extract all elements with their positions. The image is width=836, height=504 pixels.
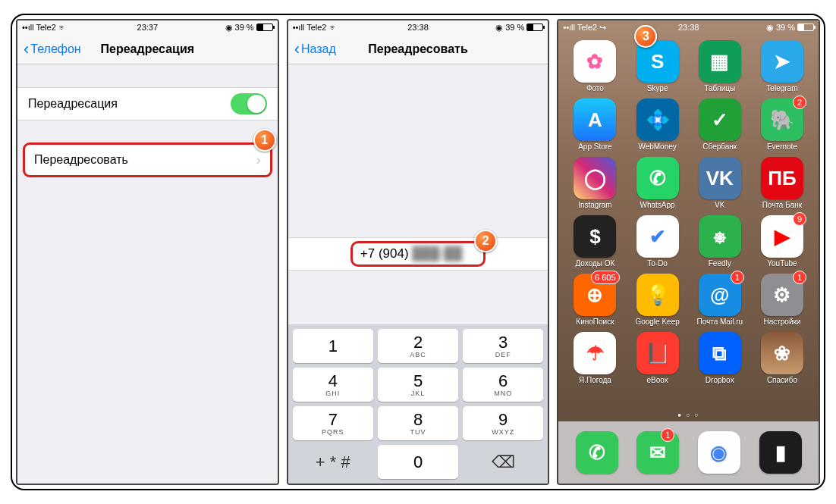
key-9[interactable]: 9WXYZ [463, 406, 543, 440]
app-icon: ✓ [699, 99, 741, 141]
app-Сбербанк[interactable]: ✓Сбербанк [691, 99, 749, 151]
forward-to-row[interactable]: Переадресовать › 1 [24, 143, 272, 177]
page-dots[interactable]: ● ○ ○ [558, 412, 819, 418]
app-Instagram[interactable]: ◯Instagram [566, 157, 624, 209]
back-label: Назад [301, 42, 336, 56]
screen-call-forwarding-settings: ••ıll Tele2 ᯤ 23:37 ◉39 % ‹ Телефон Пере… [16, 19, 279, 485]
toggle-switch-on[interactable] [231, 93, 267, 114]
app-WhatsApp[interactable]: ✆WhatsApp [629, 157, 687, 209]
app-label: Спасибо [767, 376, 797, 384]
app-label: Instagram [578, 201, 611, 209]
back-button[interactable]: ‹ Телефон [24, 39, 81, 59]
app-Google Keep[interactable]: 💡Google Keep [629, 274, 687, 326]
app-Dropbox[interactable]: ⧉Dropbox [691, 332, 749, 384]
app-label: Таблицы [704, 84, 735, 92]
key-2[interactable]: 2ABC [378, 329, 458, 363]
forwarding-toggle-row[interactable]: Переадресация [17, 87, 278, 121]
chevron-left-icon: ‹ [24, 39, 29, 59]
app-icon: VK [699, 157, 741, 199]
app-label: VK [715, 201, 724, 209]
app-Я.Погода[interactable]: ☂Я.Погода [566, 332, 624, 384]
app-wallet[interactable]: ▮ [759, 431, 802, 474]
screen-forward-number-entry: ••ıll Tele2 ᯤ 23:38 ◉39 % ‹ Назад Переад… [287, 19, 550, 485]
app-Telegram[interactable]: ➤Telegram [753, 40, 811, 92]
app-phone[interactable]: ✆ [576, 431, 618, 474]
app-icon: ◉ [698, 431, 740, 474]
key-3[interactable]: 3DEF [463, 329, 543, 363]
clock: 23:37 [105, 23, 189, 32]
app-Feedly[interactable]: ⎈Feedly [691, 215, 749, 268]
key-0[interactable]: 0 [378, 445, 458, 479]
badge: 9 [793, 212, 806, 226]
badge: 2 [793, 95, 806, 109]
app-label: Настройки [763, 318, 800, 326]
app-icon: ✔ [636, 215, 679, 258]
back-label: Телефон [30, 42, 80, 56]
app-label: Google Keep [635, 318, 679, 326]
app-icon: ✆ [576, 431, 618, 474]
app-icon: ✿ [574, 40, 616, 83]
app-VK[interactable]: VKVK [691, 157, 749, 209]
key-8[interactable]: 8TUV [378, 406, 458, 440]
app-Настройки[interactable]: ⚙1Настройки [753, 274, 811, 326]
app-label: Feedly [709, 259, 731, 268]
nav-bar: ‹ Назад Переадресовать [288, 34, 548, 64]
battery: ◉39 % [189, 23, 272, 33]
numeric-keypad: 12ABC3DEF4GHI5JKL6MNO7PQRS8TUV9WXYZ+ * #… [288, 324, 548, 484]
app-YouTube[interactable]: ▶9YouTube [753, 215, 811, 268]
clock: 23:38 [647, 23, 731, 32]
battery: ◉39 % [731, 23, 814, 33]
symbols-key[interactable]: + * # [293, 445, 373, 479]
app-Спасибо[interactable]: ❀Спасибо [753, 332, 811, 384]
back-button[interactable]: ‹ Назад [294, 39, 336, 59]
dock: ✆✉1◉▮ [558, 421, 819, 484]
app-icon: ПБ [761, 157, 803, 199]
app-label: Skype [647, 84, 668, 92]
app-label: Почта Mail.ru [696, 318, 743, 326]
delete-key[interactable]: ⌫ [463, 445, 543, 479]
app-label: КиноПоиск [576, 318, 614, 326]
app-label: Telegram [766, 84, 797, 92]
app-To-Do[interactable]: ✔To-Do [629, 215, 687, 268]
nav-bar: ‹ Телефон Переадресация [17, 34, 278, 64]
status-bar: ••ıll Tele2 ᯤ 23:38 ◉39 % [288, 20, 548, 34]
app-Доходы ОК[interactable]: $Доходы ОК [566, 215, 624, 268]
app-Таблицы[interactable]: ▦Таблицы [691, 40, 749, 92]
app-Почта Mail.ru[interactable]: @1Почта Mail.ru [691, 274, 749, 326]
app-eBoox[interactable]: 📕eBoox [629, 332, 687, 384]
app-messages[interactable]: ✉1 [636, 431, 679, 474]
key-7[interactable]: 7PQRS [293, 406, 373, 440]
app-label: eBoox [646, 376, 668, 384]
app-icon: 💡 [636, 274, 679, 316]
content: Переадресация Переадресовать › 1 [17, 64, 278, 484]
forward-label: Переадресовать [34, 153, 128, 167]
app-label: Почта Банк [762, 201, 803, 209]
app-icon: ▦ [699, 40, 741, 83]
app-КиноПоиск[interactable]: ⊕6 605КиноПоиск [566, 274, 624, 326]
app-WebMoney[interactable]: 💠WebMoney [629, 99, 687, 151]
app-Почта Банк[interactable]: ПБПочта Банк [753, 157, 811, 209]
key-1[interactable]: 1 [293, 329, 373, 363]
app-label: YouTube [767, 259, 797, 268]
toggle-label: Переадресация [28, 97, 118, 111]
key-4[interactable]: 4GHI [293, 368, 373, 402]
phone-number-field-row[interactable]: +7 (904) ███-██ 2 [288, 237, 548, 271]
battery: ◉39 % [460, 23, 543, 33]
key-6[interactable]: 6MNO [463, 368, 543, 402]
app-icon: A [574, 99, 616, 141]
app-Evernote[interactable]: 🐘2Evernote [753, 99, 811, 151]
phone-number-input[interactable]: +7 (904) ███-██ 2 [350, 241, 486, 267]
app-icon: ➤ [761, 40, 803, 83]
app-label: App Store [578, 142, 611, 151]
app-chrome[interactable]: ◉ [698, 431, 740, 474]
carrier: ••ıll Tele2 ᯤ [293, 23, 376, 32]
app-icon: ⎈ [699, 215, 741, 258]
app-label: Я.Погода [579, 376, 611, 384]
app-Skype[interactable]: SSkype [629, 40, 687, 92]
app-label: Сбербанк [702, 142, 737, 151]
key-5[interactable]: 5JKL [378, 368, 458, 402]
badge: 1 [731, 271, 744, 284]
app-App Store[interactable]: AApp Store [566, 99, 624, 151]
app-icon: ◯ [574, 157, 616, 199]
app-Фото[interactable]: ✿Фото [566, 40, 624, 92]
